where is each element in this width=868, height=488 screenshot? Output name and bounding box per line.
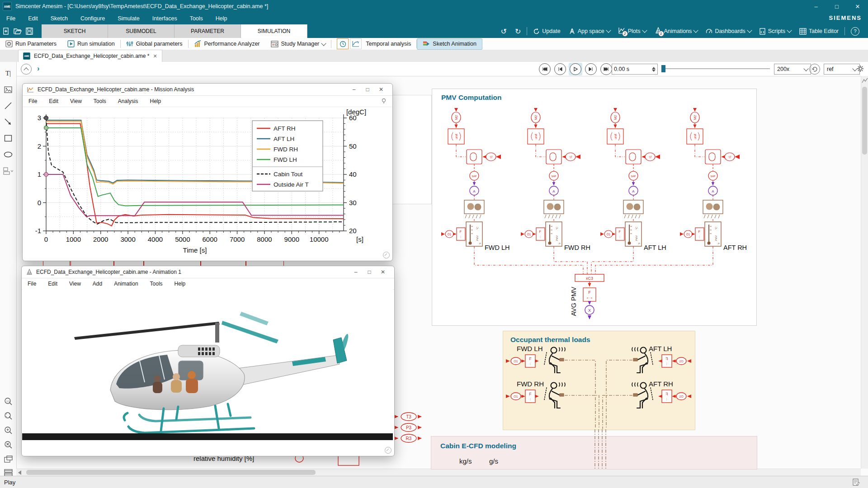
menu-edit[interactable]: Edit: [22, 13, 44, 24]
menu-analysis[interactable]: Analysis: [112, 98, 144, 104]
reference-select[interactable]: ref: [824, 64, 860, 75]
tab-sketch[interactable]: SKETCH: [42, 24, 108, 38]
line-tool-icon[interactable]: [3, 101, 13, 111]
rectangle-tool-icon[interactable]: [3, 133, 13, 143]
maximize-button[interactable]: □: [826, 0, 847, 13]
horizontal-scrollbar-thumb[interactable]: [26, 470, 316, 475]
resize-grip[interactable]: [383, 252, 390, 258]
save-icon[interactable]: [24, 24, 35, 38]
minimize-button[interactable]: –: [347, 86, 361, 93]
scroll-chart-icon[interactable]: [862, 77, 868, 84]
mission-chart[interactable]: 3210-10100020003000400050006000700080009…: [23, 107, 392, 256]
step-forward-button[interactable]: [584, 63, 598, 75]
vertical-scrollbar-thumb[interactable]: [862, 87, 867, 155]
close-button[interactable]: ✕: [376, 269, 390, 275]
global-parameters-button[interactable]: Global parameters: [121, 38, 188, 50]
menu-edit[interactable]: Edit: [42, 281, 63, 287]
pin-icon[interactable]: [375, 98, 392, 105]
menu-help[interactable]: Help: [169, 281, 192, 287]
menu-help[interactable]: Help: [144, 98, 167, 104]
undo-button[interactable]: ↺: [497, 24, 511, 38]
close-button[interactable]: ✕: [374, 86, 388, 93]
time-slider-handle[interactable]: [661, 65, 665, 72]
component-group-tool-icon[interactable]: [3, 166, 13, 176]
study-manager-button[interactable]: Study Manager: [265, 38, 331, 50]
animation-3d-viewport[interactable]: [22, 289, 393, 440]
animation-window-titlebar[interactable]: ECFD_Data_Exchange_Helicopter_cabin.ame …: [22, 266, 394, 278]
menu-simulate[interactable]: Simulate: [111, 13, 146, 24]
close-button[interactable]: ✕: [847, 0, 868, 13]
text-tool-icon[interactable]: T|: [3, 68, 13, 78]
resize-grip[interactable]: [385, 447, 392, 454]
zoom-in-icon[interactable]: [3, 425, 13, 435]
plots-menu[interactable]: 2 Plots: [614, 24, 651, 38]
occupant-schematic[interactable]: O1 F ⋮ FWD LH AFT LH FWD RH AFT RH: [503, 331, 694, 429]
go-to-start-button[interactable]: [538, 63, 552, 75]
sketch-animation-button[interactable]: Sketch Animation: [417, 38, 482, 50]
play-button[interactable]: [569, 63, 582, 75]
minimize-button[interactable]: –: [349, 269, 363, 275]
run-simulation-button[interactable]: Run simulation: [62, 38, 120, 50]
menu-sketch[interactable]: Sketch: [44, 13, 74, 24]
run-parameters-button[interactable]: Run Parameters: [0, 38, 62, 50]
menu-interfaces[interactable]: Interfaces: [146, 13, 184, 24]
menu-add[interactable]: Add: [87, 281, 108, 287]
cascade-windows-icon[interactable]: [3, 454, 13, 464]
menu-tools[interactable]: Tools: [88, 98, 112, 104]
menu-view[interactable]: View: [63, 281, 87, 287]
notes-icon[interactable]: [853, 479, 860, 486]
loop-button[interactable]: [809, 64, 820, 75]
mission-analysis-window[interactable]: ECFD_Data_Exchange_Helicopter_cabin.ame …: [22, 83, 393, 261]
pmv-schematic[interactable]: M2 unit I1 SAP A: [432, 89, 755, 324]
menu-configure[interactable]: Configure: [74, 13, 111, 24]
new-file-icon[interactable]: [0, 24, 12, 38]
zoom-100-icon[interactable]: 1:1: [3, 396, 13, 406]
breadcrumb-chevron[interactable]: ›: [37, 65, 39, 73]
tab-simulation[interactable]: SIMULATION: [241, 24, 307, 38]
time-slider-track[interactable]: [661, 68, 770, 69]
animation-window[interactable]: ECFD_Data_Exchange_Helicopter_cabin.ame …: [21, 266, 395, 456]
zoom-selection-icon[interactable]: [3, 440, 13, 450]
animations-menu[interactable]: 1 Animations: [651, 24, 702, 38]
menu-help[interactable]: Help: [209, 13, 234, 24]
zoom-fit-icon[interactable]: [3, 411, 13, 421]
speed-select[interactable]: 200x: [774, 64, 811, 75]
horizontal-scrollbar[interactable]: [16, 469, 861, 476]
open-file-icon[interactable]: [12, 24, 24, 38]
update-button[interactable]: Update: [529, 24, 564, 38]
minimize-button[interactable]: –: [806, 0, 826, 13]
vertical-scrollbar[interactable]: [861, 76, 868, 469]
chart-legend[interactable]: AFT RHAFT LHFWD RHFWD LHCabin ToutOutsid…: [252, 121, 323, 191]
step-back-button[interactable]: [553, 63, 567, 75]
arrow-tool-icon[interactable]: [3, 117, 13, 127]
dashboards-menu[interactable]: Dashboards: [702, 24, 755, 38]
tab-parameter[interactable]: PARAMETER: [175, 24, 241, 38]
table-editor-button[interactable]: Table Editor: [795, 24, 843, 38]
menu-file[interactable]: File: [23, 98, 43, 104]
mission-window-titlebar[interactable]: ECFD_Data_Exchange_Helicopter_cabin.ame …: [23, 84, 392, 96]
settings-gear-icon[interactable]: [856, 65, 864, 75]
time-spinner[interactable]: [652, 67, 656, 72]
menu-tools[interactable]: Tools: [144, 281, 169, 287]
menu-tools[interactable]: Tools: [184, 13, 209, 24]
time-input[interactable]: 0.00 s: [612, 64, 658, 75]
menu-file[interactable]: File: [0, 13, 22, 24]
tab-submodel[interactable]: SUBMODEL: [108, 24, 175, 38]
app-space-menu[interactable]: App space: [565, 24, 614, 38]
maximize-button[interactable]: □: [361, 86, 374, 93]
help-button[interactable]: ?: [847, 24, 863, 38]
frequency-mode-button[interactable]: [350, 38, 362, 49]
menu-view[interactable]: View: [64, 98, 88, 104]
go-to-end-button[interactable]: [599, 63, 613, 75]
document-tab[interactable]: AME ECFD_Data_Exchange_Helicopter_cabin.…: [18, 50, 162, 62]
scroll-left-arrow[interactable]: [18, 470, 21, 475]
image-tool-icon[interactable]: [3, 84, 13, 94]
menu-animation[interactable]: Animation: [108, 281, 144, 287]
performance-analyzer-button[interactable]: Performance Analyzer: [189, 38, 265, 50]
menu-edit[interactable]: Edit: [43, 98, 64, 104]
scripts-menu[interactable]: Scripts: [755, 24, 795, 38]
maximize-button[interactable]: □: [363, 269, 376, 275]
time-mode-button[interactable]: [337, 38, 349, 49]
document-tab-close-icon[interactable]: ✕: [153, 53, 157, 59]
ellipse-tool-icon[interactable]: [3, 150, 13, 160]
